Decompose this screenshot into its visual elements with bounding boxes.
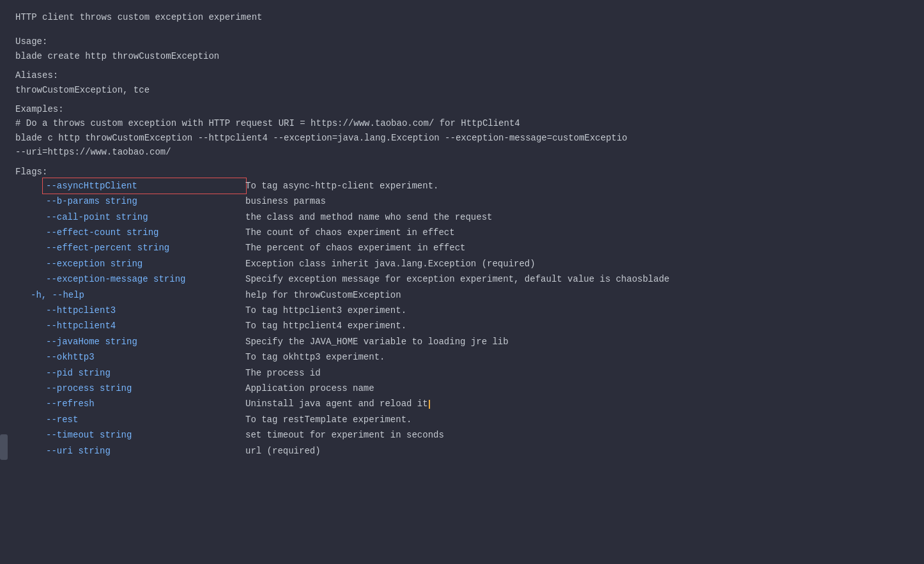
- flag-name: --rest: [15, 413, 245, 427]
- flag-row: --httpclient4To tag httpclient4 experime…: [15, 319, 909, 333]
- example-command1: blade c http throwCustomException --http…: [15, 131, 909, 145]
- flag-row: --uri stringurl (required): [15, 444, 909, 458]
- flag-name: --refresh: [15, 397, 245, 411]
- flag-row: --okhttp3To tag okhttp3 experiment.: [15, 350, 909, 364]
- usage-label: Usage:: [15, 34, 909, 49]
- flags-label: Flags:: [15, 165, 909, 179]
- flags-container: --asyncHttpClientTo tag async-http-clien…: [15, 179, 909, 458]
- example-comment: # Do a throws custom exception with HTTP…: [15, 116, 909, 130]
- flag-desc: The count of chaos experiment in effect: [245, 225, 909, 240]
- flag-desc: url (required): [245, 444, 909, 458]
- flag-desc: Uninstall java agent and reload it: [245, 397, 909, 411]
- flag-row: --process stringApplication process name: [15, 381, 909, 395]
- flag-row: --timeout stringset timeout for experime…: [15, 428, 909, 442]
- flag-row: --refreshUninstall java agent and reload…: [15, 397, 909, 411]
- scrollbar[interactable]: [0, 434, 8, 460]
- examples-section: Examples: # Do a throws custom exception…: [15, 102, 909, 160]
- flag-row: -h, --helphelp for throwCustomException: [15, 288, 909, 302]
- examples-label: Examples:: [15, 102, 909, 116]
- flag-name: --pid string: [15, 366, 245, 380]
- flag-name: --exception string: [15, 257, 245, 271]
- title-line: HTTP client throws custom exception expe…: [15, 10, 909, 24]
- flag-desc: To tag okhttp3 experiment.: [245, 350, 909, 364]
- flag-desc: To tag restTemplate experiment.: [245, 413, 909, 427]
- aliases-value: throwCustomException, tce: [15, 83, 909, 97]
- flag-name: --uri string: [15, 444, 245, 458]
- flag-row: --effect-count stringThe count of chaos …: [15, 225, 909, 240]
- aliases-section: Aliases: throwCustomException, tce: [15, 68, 909, 97]
- flag-desc: help for throwCustomException: [245, 288, 909, 302]
- flag-name: --exception-message string: [15, 272, 245, 286]
- aliases-label: Aliases:: [15, 68, 909, 82]
- flag-desc: business parmas: [245, 194, 909, 208]
- usage-section: Usage: blade create http throwCustomExce…: [15, 34, 909, 63]
- flag-desc: Application process name: [245, 381, 909, 395]
- flag-name: --asyncHttpClient: [43, 179, 245, 193]
- flag-desc: set timeout for experiment in seconds: [245, 428, 909, 442]
- flag-desc: Specify the JAVA_HOME variable to loadin…: [245, 335, 909, 349]
- flag-name: --effect-count string: [15, 225, 245, 240]
- flag-desc: Exception class inherit java.lang.Except…: [245, 257, 909, 271]
- flag-name: --okhttp3: [15, 350, 245, 364]
- flag-row: --exception stringException class inheri…: [15, 257, 909, 271]
- flag-row: --httpclient3To tag httpclient3 experime…: [15, 303, 909, 317]
- text-cursor: [429, 400, 430, 409]
- flag-desc: The process id: [245, 366, 909, 380]
- title-text: HTTP client throws custom exception expe…: [15, 12, 262, 22]
- flag-name: --timeout string: [15, 428, 245, 442]
- flag-name: -h, --help: [15, 288, 245, 302]
- flag-name: --javaHome string: [15, 335, 245, 349]
- flag-desc: To tag async-http-client experiment.: [245, 179, 909, 193]
- flag-row: --exception-message stringSpecify except…: [15, 272, 909, 286]
- flag-row: --asyncHttpClientTo tag async-http-clien…: [15, 179, 909, 193]
- flag-row: --restTo tag restTemplate experiment.: [15, 413, 909, 427]
- flag-desc: To tag httpclient3 experiment.: [245, 303, 909, 317]
- flag-desc: the class and method name who send the r…: [245, 210, 909, 224]
- flag-name: --process string: [15, 381, 245, 395]
- flag-row: --call-point stringthe class and method …: [15, 210, 909, 224]
- flag-name: --httpclient4: [15, 319, 245, 333]
- flag-row: --effect-percent stringThe percent of ch…: [15, 241, 909, 255]
- example-command2: --uri=https://www.taobao.com/: [15, 145, 909, 159]
- flag-name: --b-params string: [15, 194, 245, 208]
- flag-name: --httpclient3: [15, 303, 245, 317]
- flag-name: --effect-percent string: [15, 241, 245, 255]
- flag-desc: The percent of chaos experiment in effec…: [245, 241, 909, 255]
- flag-desc: To tag httpclient4 experiment.: [245, 319, 909, 333]
- flag-desc: Specify exception message for exception …: [245, 272, 909, 286]
- usage-command: blade create http throwCustomException: [15, 49, 909, 63]
- flag-row: --b-params stringbusiness parmas: [15, 194, 909, 208]
- flag-row: --pid stringThe process id: [15, 366, 909, 380]
- terminal-window: HTTP client throws custom exception expe…: [15, 10, 909, 458]
- flag-row: --javaHome stringSpecify the JAVA_HOME v…: [15, 335, 909, 349]
- flags-section: Flags: --asyncHttpClientTo tag async-htt…: [15, 165, 909, 458]
- flag-name: --call-point string: [15, 210, 245, 224]
